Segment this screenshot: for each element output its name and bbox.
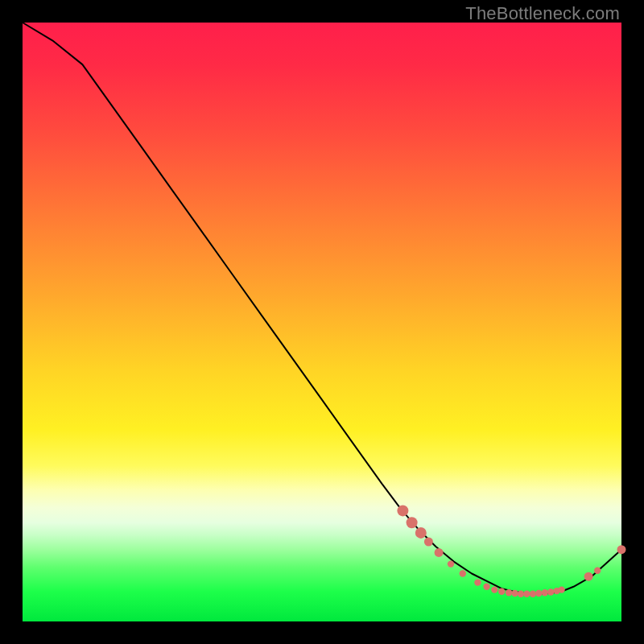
marker-dot bbox=[594, 568, 601, 574]
marker-dot bbox=[474, 579, 481, 585]
marker-dot bbox=[523, 591, 530, 597]
marker-dot bbox=[424, 538, 433, 547]
chart-frame: TheBottleneck.com bbox=[0, 0, 644, 644]
marker-dot bbox=[558, 586, 564, 592]
marker-dot bbox=[483, 584, 489, 590]
marker-dot bbox=[511, 590, 518, 597]
marker-dot bbox=[542, 589, 548, 596]
marker-dot bbox=[415, 527, 427, 539]
marker-dot bbox=[491, 586, 497, 592]
marker-dot bbox=[460, 570, 466, 576]
marker-dot bbox=[535, 590, 542, 597]
marker-dot bbox=[584, 572, 593, 581]
marker-dot bbox=[397, 505, 408, 516]
marker-dots bbox=[397, 505, 625, 597]
marker-dot bbox=[617, 545, 626, 554]
marker-dot bbox=[407, 517, 418, 528]
marker-dot bbox=[530, 591, 536, 597]
plot-area bbox=[23, 23, 621, 621]
marker-dot bbox=[498, 588, 505, 595]
curve-svg bbox=[23, 23, 621, 621]
bottleneck-curve bbox=[23, 23, 621, 594]
watermark-text: TheBottleneck.com bbox=[465, 3, 620, 24]
marker-dot bbox=[518, 591, 524, 597]
marker-dot bbox=[448, 560, 454, 567]
marker-dot bbox=[547, 588, 554, 595]
marker-dot bbox=[506, 589, 512, 596]
marker-dot bbox=[435, 548, 444, 557]
